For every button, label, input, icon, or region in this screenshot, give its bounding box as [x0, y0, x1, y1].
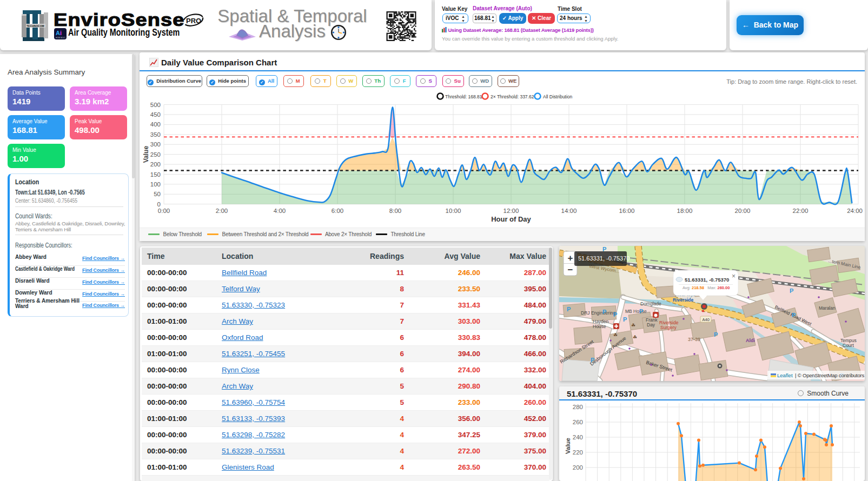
svg-text:i: i	[60, 30, 62, 36]
svg-text:220: 220	[573, 449, 583, 456]
svg-text:300: 300	[150, 141, 161, 148]
svg-text:☘: ☘	[631, 323, 635, 328]
svg-text:House: House	[593, 324, 606, 329]
svg-text:14:00: 14:00	[561, 208, 577, 214]
svg-text:200: 200	[573, 464, 583, 471]
svg-text:HOW BOLT: HOW BOLT	[56, 37, 65, 39]
svg-text:A: A	[56, 30, 60, 36]
svg-text:10:00: 10:00	[446, 208, 461, 214]
svg-text:☘: ☘	[613, 332, 618, 338]
svg-text:2× Threshold: 337.62: 2× Threshold: 337.62	[491, 94, 534, 99]
svg-text:Value: Value	[142, 146, 150, 163]
svg-text:P: P	[790, 288, 793, 294]
svg-text:P: P	[613, 311, 617, 318]
svg-text:Surgery: Surgery	[660, 325, 677, 330]
svg-text:DRJ Engineering: DRJ Engineering	[581, 310, 616, 316]
svg-text:200: 200	[150, 161, 161, 168]
svg-text:4:00: 4:00	[274, 208, 286, 214]
svg-text:0: 0	[157, 201, 161, 208]
svg-text:P: P	[714, 331, 718, 338]
svg-text:Leaflet: Leaflet	[777, 372, 793, 378]
svg-text:51.63331, -0.75370: 51.63331, -0.75370	[578, 255, 630, 262]
svg-text:| © OpenStreetMap contributors: | © OpenStreetMap contributors	[795, 372, 865, 378]
svg-text:Day: Day	[647, 322, 655, 328]
svg-text:Threshold: 168.81: Threshold: 168.81	[445, 94, 482, 99]
svg-text:P: P	[639, 308, 643, 315]
svg-text:18:00: 18:00	[677, 208, 693, 214]
svg-text:250: 250	[150, 151, 161, 158]
svg-text:100: 100	[150, 181, 161, 188]
svg-text:Court: Court	[843, 343, 854, 348]
svg-text:P: P	[591, 357, 594, 363]
svg-text:400: 400	[150, 121, 161, 128]
svg-text:240: 240	[573, 434, 583, 440]
svg-text:P: P	[623, 316, 627, 323]
svg-text:Maralan: Maralan	[819, 305, 836, 311]
svg-text:150: 150	[150, 171, 161, 178]
svg-text:450: 450	[150, 111, 161, 118]
svg-text:37-39: 37-39	[688, 337, 700, 342]
svg-text:350: 350	[150, 131, 161, 138]
svg-text:12:00: 12:00	[503, 208, 519, 214]
svg-text:Riverside: Riverside	[673, 297, 694, 303]
svg-text:51.63331, -0.75370: 51.63331, -0.75370	[685, 277, 729, 283]
svg-text:MB House: MB House	[625, 309, 647, 314]
svg-text:Value: Value	[565, 438, 571, 454]
svg-text:500: 500	[150, 102, 161, 108]
svg-text:8:00: 8:00	[389, 208, 401, 214]
svg-text:−: −	[568, 265, 573, 275]
svg-text:6:00: 6:00	[332, 208, 343, 214]
svg-text:Aldi: Aldi	[746, 338, 755, 343]
svg-text:P: P	[792, 312, 796, 318]
svg-text:0:00: 0:00	[158, 208, 170, 214]
svg-text:260: 260	[573, 419, 583, 425]
svg-text:Domglade: Domglade	[640, 301, 661, 306]
svg-text:20:00: 20:00	[735, 208, 751, 214]
svg-text:24:00: 24:00	[847, 208, 863, 214]
svg-text:×: ×	[732, 272, 736, 280]
svg-text:50: 50	[154, 191, 161, 197]
svg-text:A40: A40	[703, 317, 710, 322]
svg-text:22:00: 22:00	[793, 208, 809, 214]
svg-text:P: P	[567, 306, 571, 312]
svg-text:Avg: 218.58 Max: 260.00: Avg: 218.58 Max: 260.00	[683, 285, 730, 290]
svg-text:TECHNOCOM: TECHNOCOM	[26, 24, 44, 28]
svg-text:+: +	[568, 253, 573, 263]
svg-text:☘: ☘	[633, 335, 637, 340]
svg-text:PRO: PRO	[186, 17, 201, 25]
svg-text:2:00: 2:00	[216, 208, 228, 214]
svg-text:16:00: 16:00	[619, 208, 635, 214]
svg-text:280: 280	[573, 404, 583, 410]
svg-text:P: P	[602, 309, 606, 315]
svg-text:All Distribution: All Distribution	[543, 94, 573, 99]
svg-text:Hour of Day: Hour of Day	[491, 215, 531, 223]
